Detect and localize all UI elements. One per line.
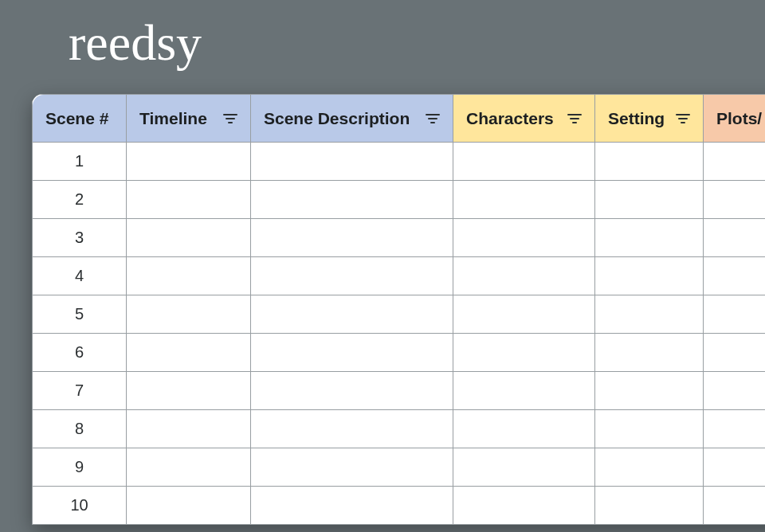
cell-characters[interactable] (453, 257, 595, 295)
cell-description[interactable] (251, 372, 453, 410)
filter-icon[interactable] (424, 110, 441, 127)
table-row: 3 (33, 219, 766, 257)
cell-timeline[interactable] (127, 181, 251, 219)
cell-timeline[interactable] (127, 487, 251, 525)
cell-timeline[interactable] (127, 295, 251, 334)
filter-icon[interactable] (674, 110, 692, 127)
cell-description[interactable] (251, 410, 453, 448)
cell-description[interactable] (251, 257, 453, 295)
table-row: 9 (33, 448, 766, 487)
cell-characters[interactable] (453, 372, 595, 410)
cell-timeline[interactable] (127, 410, 251, 448)
col-scene-num-label: Scene # (45, 109, 108, 128)
filter-icon[interactable] (566, 110, 583, 127)
cell-scene-num[interactable]: 1 (33, 143, 127, 181)
cell-plots[interactable] (704, 334, 766, 372)
table-row: 4 (33, 257, 766, 295)
table-row: 2 (33, 181, 766, 219)
cell-setting[interactable] (595, 487, 704, 525)
cell-setting[interactable] (595, 257, 704, 295)
cell-characters[interactable] (453, 487, 595, 525)
cell-setting[interactable] (595, 410, 704, 448)
col-plots-label: Plots/ (716, 109, 762, 128)
cell-plots[interactable] (704, 295, 766, 334)
cell-characters[interactable] (453, 219, 595, 257)
col-setting[interactable]: Setting (595, 95, 704, 143)
cell-characters[interactable] (453, 143, 595, 181)
col-timeline[interactable]: Timeline (127, 95, 251, 143)
cell-scene-num[interactable]: 9 (33, 448, 127, 487)
cell-plots[interactable] (704, 448, 766, 487)
cell-scene-num[interactable]: 7 (33, 372, 127, 410)
cell-scene-num[interactable]: 5 (33, 295, 127, 334)
cell-timeline[interactable] (127, 143, 251, 181)
cell-plots[interactable] (704, 372, 766, 410)
cell-setting[interactable] (595, 334, 704, 372)
cell-description[interactable] (251, 487, 453, 525)
cell-timeline[interactable] (127, 448, 251, 487)
cell-description[interactable] (251, 219, 453, 257)
col-scene-num[interactable]: Scene # (33, 95, 127, 143)
col-plots[interactable]: Plots/ (704, 95, 766, 143)
cell-characters[interactable] (453, 295, 595, 334)
cell-timeline[interactable] (127, 334, 251, 372)
col-characters[interactable]: Characters (453, 95, 595, 143)
header-row: Scene # Timeline Scene Description (33, 95, 766, 143)
col-description-label: Scene Description (264, 109, 410, 128)
brand-logo: reedsy (69, 18, 202, 68)
cell-timeline[interactable] (127, 219, 251, 257)
cell-setting[interactable] (595, 219, 704, 257)
cell-characters[interactable] (453, 181, 595, 219)
scene-table: Scene # Timeline Scene Description (32, 94, 765, 525)
cell-scene-num[interactable]: 3 (33, 219, 127, 257)
cell-setting[interactable] (595, 143, 704, 181)
cell-description[interactable] (251, 448, 453, 487)
spreadsheet: Scene # Timeline Scene Description (32, 94, 765, 525)
cell-description[interactable] (251, 181, 453, 219)
cell-setting[interactable] (595, 295, 704, 334)
cell-plots[interactable] (704, 143, 766, 181)
table-row: 10 (33, 487, 766, 525)
cell-scene-num[interactable]: 6 (33, 334, 127, 372)
cell-scene-num[interactable]: 2 (33, 181, 127, 219)
table-row: 6 (33, 334, 766, 372)
filter-icon[interactable] (222, 110, 239, 127)
table-row: 7 (33, 372, 766, 410)
table-row: 5 (33, 295, 766, 334)
col-characters-label: Characters (466, 109, 554, 128)
cell-description[interactable] (251, 334, 453, 372)
cell-characters[interactable] (453, 334, 595, 372)
cell-plots[interactable] (704, 181, 766, 219)
cell-timeline[interactable] (127, 257, 251, 295)
cell-plots[interactable] (704, 487, 766, 525)
cell-characters[interactable] (453, 448, 595, 487)
cell-setting[interactable] (595, 372, 704, 410)
col-setting-label: Setting (608, 109, 665, 128)
col-timeline-label: Timeline (139, 109, 207, 128)
cell-scene-num[interactable]: 4 (33, 257, 127, 295)
cell-plots[interactable] (704, 410, 766, 448)
cell-timeline[interactable] (127, 372, 251, 410)
col-description[interactable]: Scene Description (251, 95, 453, 143)
cell-setting[interactable] (595, 448, 704, 487)
cell-setting[interactable] (595, 181, 704, 219)
table-row: 1 (33, 143, 766, 181)
cell-plots[interactable] (704, 257, 766, 295)
cell-description[interactable] (251, 295, 453, 334)
table-row: 8 (33, 410, 766, 448)
cell-description[interactable] (251, 143, 453, 181)
cell-characters[interactable] (453, 410, 595, 448)
cell-scene-num[interactable]: 10 (33, 487, 127, 525)
cell-plots[interactable] (704, 219, 766, 257)
cell-scene-num[interactable]: 8 (33, 410, 127, 448)
